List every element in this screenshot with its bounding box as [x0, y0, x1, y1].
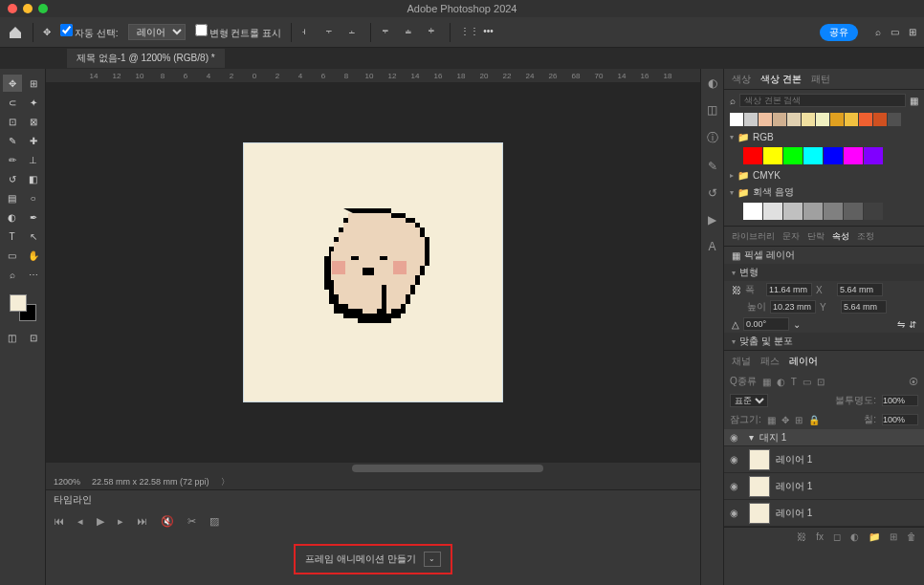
path-tool[interactable]: ↖: [24, 228, 43, 245]
swatch[interactable]: [816, 113, 829, 126]
tab-patterns[interactable]: 패턴: [811, 73, 830, 86]
swatch[interactable]: [763, 147, 782, 164]
tab-libraries[interactable]: 라이브러리: [732, 230, 775, 243]
tab-layers[interactable]: 레이어: [789, 355, 818, 368]
swatch[interactable]: [803, 147, 823, 164]
color-swatches[interactable]: [10, 294, 36, 321]
swatch[interactable]: [759, 113, 772, 126]
prev-frame-button[interactable]: ◂: [77, 515, 83, 528]
last-frame-button[interactable]: ⏭: [137, 515, 147, 527]
filter-toggle[interactable]: ⦿: [909, 377, 918, 387]
next-frame-button[interactable]: ▸: [118, 515, 123, 528]
link-layers-icon[interactable]: ⛓: [797, 531, 806, 542]
swatch[interactable]: [803, 203, 823, 220]
tab-character[interactable]: 문자: [782, 230, 800, 243]
layer-style-icon[interactable]: fx: [816, 531, 824, 542]
swatch[interactable]: [783, 203, 803, 220]
layer-row[interactable]: ◉ 레이어 1: [724, 473, 924, 500]
swatch[interactable]: [802, 113, 815, 126]
hand-tool[interactable]: ✋: [24, 247, 43, 264]
swatch[interactable]: [743, 203, 762, 220]
create-animation-dropdown[interactable]: 프레임 애니메이션 만들기 ⌄: [294, 544, 452, 574]
y-input[interactable]: [841, 300, 887, 314]
history-brush-tool[interactable]: ↺: [3, 170, 22, 187]
height-input[interactable]: [770, 300, 816, 314]
angle-input[interactable]: [743, 317, 789, 331]
align-bottom-icon[interactable]: ⫩: [427, 26, 440, 39]
align-left-icon[interactable]: ⫞: [301, 26, 315, 39]
audio-button[interactable]: 🔇: [161, 515, 174, 528]
artboard[interactable]: [243, 142, 503, 402]
gradient-tool[interactable]: ▤: [3, 189, 22, 206]
tab-properties[interactable]: 속성: [832, 230, 849, 243]
filter-pixel-icon[interactable]: ▦: [762, 377, 771, 387]
canvas-viewport[interactable]: 대지 1: [46, 82, 700, 463]
fill-input[interactable]: [882, 414, 918, 425]
swatch[interactable]: [744, 113, 758, 126]
lock-nesting-icon[interactable]: ⊞: [795, 415, 803, 425]
group-icon[interactable]: 📁: [869, 531, 880, 542]
swatch[interactable]: [824, 203, 843, 220]
link-icon[interactable]: ⛓: [732, 285, 741, 295]
swatch[interactable]: [845, 113, 858, 126]
color-icon[interactable]: ◫: [707, 103, 717, 117]
transition-button[interactable]: ▨: [209, 515, 219, 528]
delete-layer-icon[interactable]: 🗑: [907, 531, 916, 542]
auto-select-dropdown[interactable]: 레이어: [128, 24, 186, 40]
tab-adjustments[interactable]: 조정: [857, 230, 874, 243]
swatch[interactable]: [888, 113, 901, 126]
swatch[interactable]: [730, 113, 743, 126]
lock-all-icon[interactable]: 🔒: [808, 415, 820, 425]
dodge-tool[interactable]: ◐: [3, 208, 22, 226]
swatch[interactable]: [859, 113, 872, 126]
layer-name[interactable]: 레이어 1: [776, 480, 812, 493]
swatch[interactable]: [763, 203, 782, 220]
flip-h-icon[interactable]: ⇋: [897, 319, 905, 330]
heal-tool[interactable]: ✚: [24, 132, 43, 149]
adjustments-icon[interactable]: ◐: [708, 76, 717, 90]
visibility-icon[interactable]: ◉: [730, 508, 743, 518]
swatch[interactable]: [844, 147, 863, 164]
cmyk-folder[interactable]: 📁CMYK: [724, 166, 924, 184]
filter-type-icon[interactable]: T: [791, 377, 797, 387]
type-icon[interactable]: A: [708, 240, 715, 253]
actions-icon[interactable]: ▶: [708, 213, 716, 227]
swatch-view-icon[interactable]: ▦: [910, 96, 918, 106]
swatch[interactable]: [824, 147, 843, 164]
pen-tool[interactable]: ✒: [24, 208, 43, 226]
swatch[interactable]: [873, 113, 887, 126]
tab-swatches[interactable]: 색상 견본: [760, 73, 802, 86]
zoom-level[interactable]: 1200%: [54, 477, 80, 487]
more-icon[interactable]: •••: [483, 26, 496, 39]
layer-mask-icon[interactable]: ◻: [833, 531, 841, 542]
swatch[interactable]: [773, 113, 786, 126]
rgb-folder[interactable]: 📁RGB: [724, 128, 924, 145]
tab-paragraph[interactable]: 단락: [807, 230, 825, 243]
eraser-tool[interactable]: ◧: [24, 170, 43, 187]
blur-tool[interactable]: ○: [24, 189, 43, 206]
filter-smart-icon[interactable]: ⊡: [817, 377, 825, 387]
align-section[interactable]: 맞춤 및 분포: [724, 333, 924, 350]
document-tab[interactable]: 제목 없음-1 @ 1200% (RGB/8) *: [67, 49, 225, 68]
notify-icon[interactable]: ⊞: [909, 27, 916, 37]
align-top-icon[interactable]: ⫧: [381, 26, 394, 39]
share-button[interactable]: 공유: [820, 24, 858, 41]
workspace-icon[interactable]: ▭: [891, 27, 899, 37]
new-layer-icon[interactable]: ⊞: [890, 531, 897, 542]
flip-v-icon[interactable]: ⇵: [909, 319, 916, 330]
type-tool[interactable]: T: [3, 228, 22, 245]
swatch-search-input[interactable]: [739, 94, 906, 107]
minimize-window-button[interactable]: [23, 4, 33, 13]
swatch[interactable]: [830, 113, 844, 126]
shape-tool[interactable]: ▭: [3, 247, 22, 264]
chevron-down-icon[interactable]: ⌄: [424, 552, 441, 567]
lasso-tool[interactable]: ⊂: [3, 94, 22, 111]
history-icon[interactable]: ↺: [708, 186, 717, 200]
horizontal-scrollbar[interactable]: [46, 463, 700, 474]
eyedropper-tool[interactable]: ✎: [3, 132, 22, 149]
home-icon[interactable]: [8, 25, 23, 40]
visibility-icon[interactable]: ◉: [730, 481, 743, 491]
width-input[interactable]: [766, 283, 812, 296]
play-button[interactable]: ▶: [97, 515, 104, 528]
swatch[interactable]: [783, 147, 803, 164]
